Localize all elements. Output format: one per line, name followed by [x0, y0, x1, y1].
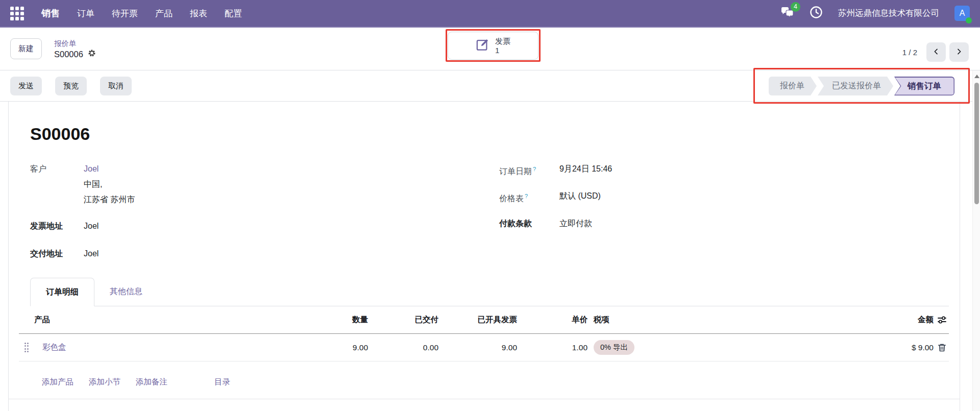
cell-delivered: 0.00 — [368, 343, 438, 352]
cell-invoiced: 9.00 — [438, 343, 517, 352]
clock-icon — [810, 6, 823, 21]
sheet-divider — [9, 399, 960, 399]
status-step-sales-order-label: 销售订单 — [895, 78, 954, 95]
help-icon: ? — [533, 166, 536, 172]
cell-amount: $ 9.00 — [868, 343, 934, 352]
top-navbar: 销售 订单 待开票 产品 报表 配置 4 — [0, 0, 980, 28]
avatar-initial: A — [960, 9, 965, 18]
edit-invoice-icon — [476, 38, 489, 54]
pricelist-value[interactable]: 默认 (USD) — [559, 188, 601, 206]
scroll-up-arrow[interactable] — [974, 75, 979, 78]
catalog-link[interactable]: 目录 — [214, 377, 230, 388]
apps-grid-icon[interactable] — [10, 7, 24, 20]
optional-columns-icon[interactable] — [934, 315, 950, 325]
send-button[interactable]: 发送 — [10, 77, 42, 95]
status-steps: 报价单 已发送报价单 销售订单 — [768, 77, 954, 95]
col-header-delivered[interactable]: 已交付 — [368, 315, 438, 325]
nav-menu-sales[interactable]: 销售 — [41, 7, 60, 19]
invoice-address-value[interactable]: Joel — [84, 219, 99, 234]
cancel-button[interactable]: 取消 — [100, 77, 132, 95]
company-name[interactable]: 苏州远鼎信息技术有限公司 — [838, 8, 939, 19]
nav-menu-products[interactable]: 产品 — [155, 8, 173, 19]
tab-other-info[interactable]: 其他信息 — [94, 278, 158, 306]
chevron-right-icon — [955, 47, 963, 57]
status-step-quotation[interactable]: 报价单 — [769, 77, 817, 95]
nav-menu-to-invoice[interactable]: 待开票 — [112, 8, 138, 19]
invoice-smart-button[interactable]: 发票 1 — [448, 32, 538, 60]
record-title: S00006 — [30, 124, 90, 144]
tab-order-lines[interactable]: 订单明细 — [30, 278, 94, 306]
add-section-link[interactable]: 添加小节 — [89, 377, 120, 388]
breadcrumb-current-record: S00006 — [54, 49, 83, 60]
user-avatar[interactable]: A — [954, 6, 970, 21]
order-date-value[interactable]: 9月24日 15:46 — [559, 161, 612, 179]
messages-count-badge: 4 — [791, 2, 800, 12]
col-header-product[interactable]: 产品 — [34, 315, 307, 325]
pager-value: 1 / 2 — [902, 48, 917, 57]
pricelist-label: 价格表? — [499, 188, 559, 206]
nav-menu-configuration[interactable]: 配置 — [225, 8, 242, 19]
cell-quantity[interactable]: 9.00 — [307, 343, 368, 352]
online-status-dot — [966, 17, 972, 23]
payment-terms-label: 付款条款 — [499, 216, 559, 231]
col-header-invoiced[interactable]: 已开具发票 — [438, 315, 517, 325]
breadcrumb-quotations-link[interactable]: 报价单 — [54, 38, 96, 49]
vertical-scrollbar[interactable] — [972, 70, 980, 411]
form-sheet: S00006 客户 Joel 中国, 江苏省 苏州市 发票地址 Joel 交付地… — [8, 102, 960, 411]
delivery-address-label: 交付地址 — [30, 246, 84, 261]
add-note-link[interactable]: 添加备注 — [136, 377, 167, 388]
chevron-left-icon — [932, 47, 940, 57]
status-step-quotation-sent[interactable]: 已发送报价单 — [818, 77, 893, 95]
customer-value-link[interactable]: Joel — [84, 164, 99, 173]
messages-button[interactable]: 4 — [780, 7, 794, 20]
odoo-sales-order-screen: 销售 订单 待开票 产品 报表 配置 4 — [0, 0, 980, 411]
nav-menu-reporting[interactable]: 报表 — [190, 8, 207, 19]
delivery-address-value[interactable]: Joel — [84, 246, 99, 261]
scrollbar-thumb[interactable] — [974, 83, 979, 204]
control-bar: 新建 报价单 S00006 — [0, 28, 980, 70]
drag-handle-icon[interactable] — [24, 343, 29, 353]
new-button[interactable]: 新建 — [10, 38, 42, 59]
gear-icon[interactable] — [88, 49, 96, 60]
col-header-unit-price[interactable]: 单价 — [517, 315, 587, 325]
nav-menu-orders[interactable]: 订单 — [77, 8, 94, 19]
pager-previous-button[interactable] — [926, 42, 946, 62]
add-product-link[interactable]: 添加产品 — [42, 377, 74, 388]
col-header-quantity[interactable]: 数量 — [307, 315, 368, 325]
col-header-amount[interactable]: 金额 — [868, 315, 934, 325]
help-icon: ? — [525, 193, 528, 199]
breadcrumb: 报价单 S00006 — [54, 38, 96, 60]
col-header-taxes[interactable]: 税项 — [587, 315, 868, 325]
status-step-sales-order[interactable]: 销售订单 — [894, 77, 954, 95]
action-bar: 发送 预览 取消 报价单 已发送报价单 销售订单 — [0, 70, 980, 102]
order-line-footer-links: 添加产品 添加小节 添加备注 目录 — [19, 361, 949, 388]
order-date-label: 订单日期? — [499, 161, 559, 179]
customer-address-line1: 中国, — [84, 180, 102, 188]
invoice-address-label: 发票地址 — [30, 219, 84, 234]
activities-button[interactable] — [810, 6, 823, 21]
notebook-tabs: 订单明细 其他信息 — [30, 278, 949, 306]
smart-button-count: 1 — [495, 46, 510, 55]
cell-product-link[interactable]: 彩色盒 — [34, 342, 307, 353]
customer-label: 客户 — [30, 161, 84, 207]
payment-terms-value[interactable]: 立即付款 — [559, 216, 592, 231]
smart-button-label: 发票 — [495, 37, 510, 46]
cell-unit-price[interactable]: 1.00 — [517, 343, 587, 352]
customer-address-line2: 江苏省 苏州市 — [84, 195, 135, 204]
delete-row-button[interactable] — [934, 343, 950, 352]
order-line-row[interactable]: 彩色盒 9.00 0.00 9.00 1.00 0% 导出 $ 9.00 — [19, 334, 949, 361]
preview-button[interactable]: 预览 — [55, 77, 87, 95]
right-field-group: 订单日期? 9月24日 15:46 价格表? 默认 (USD) 付款条款 立即付… — [499, 161, 949, 274]
order-lines-header: 产品 数量 已交付 已开具发票 单价 税项 金额 — [19, 306, 949, 334]
tax-tag[interactable]: 0% 导出 — [594, 340, 634, 355]
pager-next-button[interactable] — [949, 42, 969, 62]
notebook: 订单明细 其他信息 产品 数量 已交付 已开具发票 单价 税项 金额 — [30, 278, 949, 388]
left-field-group: 客户 Joel 中国, 江苏省 苏州市 发票地址 Joel 交付地址 Joel — [30, 161, 499, 274]
pager: 1 / 2 — [902, 42, 969, 62]
